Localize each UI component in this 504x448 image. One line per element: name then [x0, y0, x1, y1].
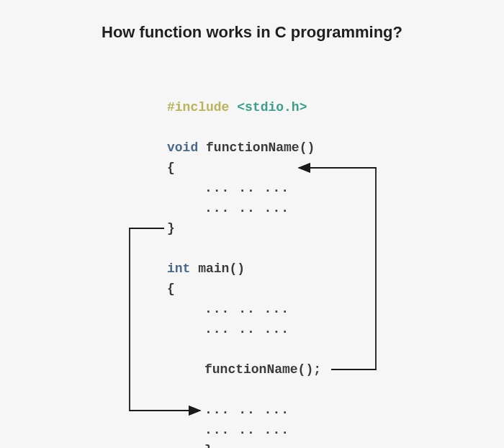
include-keyword: #include	[167, 100, 229, 115]
func-decl-line: void functionName()	[167, 138, 321, 158]
open-brace-2: {	[167, 279, 321, 299]
blank-line-2	[167, 238, 321, 259]
close-brace-2: }	[167, 440, 321, 448]
close-brace-1: }	[167, 218, 321, 238]
main-decl-line: int main()	[167, 259, 321, 279]
blank-line	[167, 117, 321, 138]
code-diagram: #include <stdio.h> void functionName() {…	[167, 97, 321, 448]
call-expr: functionName();	[204, 362, 321, 377]
header-file: <stdio.h>	[237, 100, 307, 115]
after-dots-2: ... .. ...	[167, 420, 321, 440]
call-line: functionName();	[167, 359, 321, 380]
void-keyword: void	[167, 140, 198, 155]
blank-line-3	[167, 339, 321, 359]
page-title: How function works in C programming?	[0, 23, 504, 42]
main-name: main()	[198, 261, 245, 276]
blank-line-4	[167, 380, 321, 400]
body-dots-1: ... .. ...	[167, 178, 321, 198]
main-dots-2: ... .. ...	[167, 319, 321, 339]
body-dots-2: ... .. ...	[167, 198, 321, 218]
func-name: functionName()	[206, 140, 315, 155]
include-line: #include <stdio.h>	[167, 97, 321, 117]
open-brace-1: {	[167, 158, 321, 178]
after-dots-1: ... .. ...	[167, 400, 321, 420]
int-keyword: int	[167, 261, 190, 276]
main-dots-1: ... .. ...	[167, 299, 321, 319]
